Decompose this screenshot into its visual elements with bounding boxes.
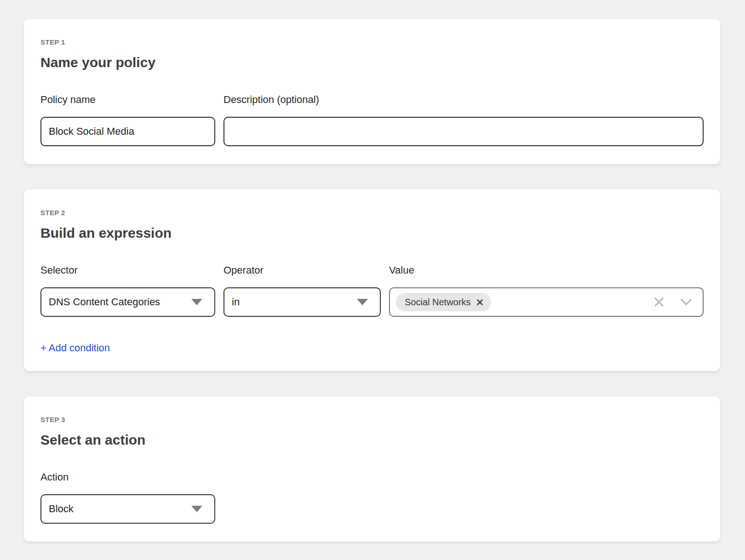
action-field: Action Block: [40, 472, 215, 524]
dropdown-caret-icon: [191, 299, 202, 305]
description-field: Description (optional): [224, 94, 704, 146]
value-multiselect[interactable]: Social Networks: [389, 287, 704, 317]
step-2-label: STEP 2: [40, 209, 704, 216]
action-dropdown-value: Block: [49, 503, 74, 515]
step-3-label: STEP 3: [40, 416, 704, 423]
step-3-card: STEP 3 Select an action Action Block: [24, 396, 720, 542]
clear-selection-icon[interactable]: [653, 296, 665, 308]
action-label: Action: [40, 472, 215, 483]
action-dropdown[interactable]: Block: [40, 494, 215, 524]
policy-name-label: Policy name: [40, 94, 215, 105]
operator-field: Operator in: [224, 265, 381, 317]
selector-label: Selector: [40, 265, 215, 276]
dropdown-caret-icon: [191, 506, 202, 512]
step-3-fields-row: Action Block: [40, 472, 704, 524]
value-label: Value: [389, 265, 704, 276]
description-label: Description (optional): [224, 94, 704, 105]
selector-dropdown[interactable]: DNS Content Categories: [40, 287, 215, 317]
value-field: Value Social Networks: [389, 265, 704, 317]
selector-dropdown-value: DNS Content Categories: [49, 296, 160, 308]
step-2-fields-row: Selector DNS Content Categories Operator…: [40, 265, 704, 317]
step-1-title: Name your policy: [40, 55, 704, 70]
description-input[interactable]: [224, 117, 704, 146]
step-2-title: Build an expression: [40, 225, 704, 241]
operator-dropdown[interactable]: in: [224, 287, 381, 317]
selected-value-tag-text: Social Networks: [405, 297, 470, 308]
step-1-card: STEP 1 Name your policy Policy name Desc…: [24, 19, 720, 164]
policy-builder-page: STEP 1 Name your policy Policy name Desc…: [0, 0, 745, 560]
dropdown-caret-icon: [357, 299, 368, 305]
selector-field: Selector DNS Content Categories: [40, 265, 215, 317]
selected-value-tag: Social Networks: [396, 293, 491, 311]
policy-name-field: Policy name: [40, 94, 215, 146]
operator-dropdown-value: in: [232, 296, 240, 308]
multiselect-controls: [653, 296, 693, 308]
step-1-label: STEP 1: [40, 39, 704, 46]
operator-label: Operator: [224, 265, 381, 276]
policy-name-input[interactable]: [40, 117, 215, 146]
chevron-down-icon[interactable]: [680, 298, 693, 306]
step-2-card: STEP 2 Build an expression Selector DNS …: [24, 189, 720, 371]
remove-tag-icon[interactable]: [476, 299, 483, 306]
add-condition-link[interactable]: + Add condition: [40, 343, 110, 353]
step-1-fields-row: Policy name Description (optional): [40, 94, 704, 146]
step-3-title: Select an action: [40, 432, 704, 448]
